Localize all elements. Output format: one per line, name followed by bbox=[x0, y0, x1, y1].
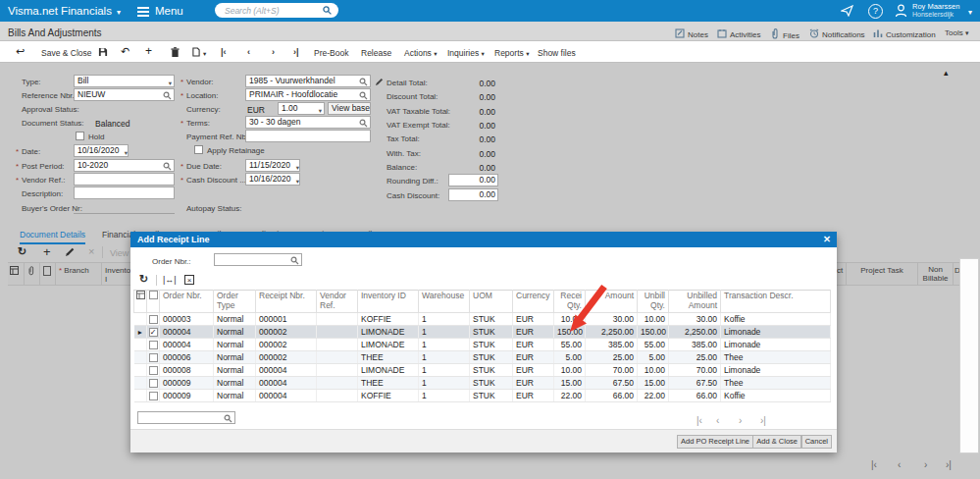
next-record-icon[interactable]: › bbox=[272, 47, 275, 57]
grid-delete-icon[interactable]: × bbox=[88, 245, 94, 257]
column-header[interactable]: Currency bbox=[513, 291, 554, 313]
dialog-last-page-icon[interactable]: ›| bbox=[760, 415, 766, 426]
first-record-icon[interactable]: |‹ bbox=[221, 47, 227, 57]
terms-field[interactable]: 30 - 30 dagen bbox=[245, 116, 371, 129]
cell[interactable]: EUR bbox=[513, 351, 554, 364]
column-header[interactable]: Inventory ID bbox=[358, 291, 419, 313]
hold-checkbox[interactable] bbox=[76, 132, 84, 140]
help-icon[interactable]: ? bbox=[868, 4, 883, 19]
currency-rate-field[interactable]: 1.00▾ bbox=[278, 102, 325, 115]
cell[interactable]: Limonade bbox=[721, 364, 831, 377]
lookup-icon[interactable] bbox=[163, 91, 172, 100]
grid-edit-icon[interactable] bbox=[65, 247, 75, 257]
total-value[interactable]: 0.00 bbox=[448, 188, 498, 201]
pre-book-button[interactable]: Pre-Book bbox=[314, 48, 348, 58]
cell[interactable]: 15.00 bbox=[554, 377, 586, 390]
cell[interactable]: 10.00 bbox=[638, 313, 669, 326]
cell[interactable]: 000004 bbox=[160, 339, 214, 351]
cell[interactable]: 1 bbox=[419, 313, 470, 326]
cell[interactable]: Koffie bbox=[721, 313, 831, 326]
tab-document-details[interactable]: Document Details bbox=[20, 230, 85, 244]
vendor-field[interactable]: 1985 - Vuurwerkhandel bbox=[245, 75, 371, 87]
cell[interactable]: 10.00 bbox=[554, 364, 586, 377]
cell[interactable]: 2,250.00 bbox=[669, 326, 721, 339]
files-button[interactable]: Files bbox=[771, 28, 799, 40]
user-icon[interactable] bbox=[895, 4, 907, 18]
cell[interactable]: LIMONADE bbox=[358, 326, 419, 339]
cell[interactable]: 000009 bbox=[160, 390, 214, 402]
receipt-line-row[interactable]: 000008Normal000004LIMONADE1STUKEUR10.007… bbox=[134, 364, 831, 377]
search-icon[interactable] bbox=[224, 414, 232, 423]
add-po-receipt-line-button[interactable]: Add PO Receipt Line bbox=[677, 435, 753, 449]
cell[interactable]: 66.00 bbox=[586, 390, 638, 402]
cell[interactable]: STUK bbox=[470, 313, 513, 326]
cell[interactable]: 70.00 bbox=[669, 364, 721, 377]
user-name-block[interactable]: Roy Maarssen Honselersdijk bbox=[912, 3, 959, 19]
non-billable-column-header[interactable]: Non Billable bbox=[917, 263, 953, 285]
cell[interactable]: EUR bbox=[513, 377, 554, 390]
cell[interactable]: STUK bbox=[470, 339, 513, 351]
cell[interactable]: 15.00 bbox=[638, 377, 669, 390]
cell[interactable]: 55.00 bbox=[638, 339, 669, 351]
dialog-header[interactable]: Add Receipt Line ✕ bbox=[130, 232, 837, 247]
cell[interactable]: 10.00 bbox=[638, 364, 669, 377]
description-field[interactable] bbox=[74, 186, 175, 199]
lookup-icon[interactable] bbox=[359, 78, 368, 86]
cell[interactable]: Thee bbox=[721, 351, 831, 364]
back-icon[interactable]: ↩ bbox=[16, 45, 25, 58]
cell[interactable]: STUK bbox=[470, 351, 513, 364]
cash-discount-date-field[interactable]: 10/16/2020▾ bbox=[245, 173, 300, 186]
global-search-input[interactable]: Search (Alt+S) bbox=[215, 3, 338, 18]
inquiries-menu[interactable]: Inquiries ▾ bbox=[447, 48, 485, 58]
brand-chevron-icon[interactable]: ▾ bbox=[117, 8, 121, 17]
cell[interactable] bbox=[317, 377, 358, 390]
column-header[interactable]: Warehouse bbox=[419, 291, 470, 313]
copy-menu-chevron-icon[interactable]: ▾ bbox=[203, 50, 206, 58]
add-icon[interactable]: + bbox=[145, 44, 152, 58]
cell[interactable]: 25.00 bbox=[586, 351, 638, 364]
cell[interactable] bbox=[317, 339, 358, 351]
cell[interactable]: 67.50 bbox=[586, 377, 638, 390]
save-close-button[interactable]: Save & Close bbox=[41, 48, 92, 58]
cell[interactable]: 000004 bbox=[256, 377, 317, 390]
cell[interactable]: 000002 bbox=[256, 326, 317, 339]
grid-settings-icon[interactable] bbox=[136, 291, 145, 299]
cell[interactable]: KOFFIE bbox=[358, 313, 419, 326]
cell[interactable]: 5.00 bbox=[638, 351, 669, 364]
row-checkbox[interactable] bbox=[149, 392, 158, 400]
due-date-field[interactable]: 11/15/2020▾ bbox=[245, 159, 300, 172]
cell[interactable]: THEE bbox=[358, 351, 419, 364]
grid-prev-page-icon[interactable]: ‹ bbox=[898, 459, 901, 470]
receipt-line-row[interactable]: 000009Normal000004THEE1STUKEUR15.0067.50… bbox=[134, 377, 831, 390]
grid-last-page-icon[interactable]: ›| bbox=[946, 459, 952, 470]
release-button[interactable]: Release bbox=[361, 48, 391, 58]
row-checkbox[interactable] bbox=[149, 341, 158, 349]
cell[interactable] bbox=[317, 351, 358, 364]
delete-icon[interactable] bbox=[171, 47, 180, 58]
lookup-icon[interactable] bbox=[359, 119, 368, 128]
cell[interactable]: 000001 bbox=[256, 313, 317, 326]
location-field[interactable]: PRIMAIR - Hoofdlocatie bbox=[245, 88, 371, 101]
collapse-icon[interactable]: ▴ bbox=[944, 68, 949, 78]
receipt-line-row[interactable]: 000003Normal000001KOFFIE1STUKEUR10.0030.… bbox=[134, 313, 831, 326]
cell[interactable]: STUK bbox=[470, 377, 513, 390]
receipt-line-row[interactable]: 000006Normal000002THEE1STUKEUR5.0025.005… bbox=[134, 351, 831, 364]
row-checkbox[interactable]: ✓ bbox=[149, 328, 158, 337]
menu-button[interactable]: Menu bbox=[155, 5, 183, 17]
user-chevron-icon[interactable]: ▾ bbox=[968, 8, 972, 17]
reports-menu[interactable]: Reports ▾ bbox=[494, 48, 529, 58]
cell[interactable]: KOFFIE bbox=[358, 390, 419, 402]
feedback-icon[interactable] bbox=[841, 5, 853, 17]
post-period-field[interactable]: 10-2020 bbox=[74, 159, 175, 172]
dialog-refresh-icon[interactable]: ↻ bbox=[139, 273, 148, 286]
lookup-icon[interactable] bbox=[290, 256, 299, 265]
column-header[interactable]: Vendor Ref. bbox=[317, 291, 358, 313]
column-header[interactable]: Unbill Qty. bbox=[638, 291, 669, 313]
notes-button[interactable]: Notes bbox=[675, 28, 708, 39]
cancel-button[interactable]: Cancel bbox=[801, 435, 832, 449]
cell[interactable]: Normal bbox=[214, 390, 256, 402]
payment-ref-field[interactable] bbox=[245, 130, 371, 142]
cell[interactable]: Limonade bbox=[721, 339, 831, 351]
grid-vscrollbar[interactable] bbox=[959, 258, 979, 453]
cell[interactable]: 000004 bbox=[256, 390, 317, 402]
